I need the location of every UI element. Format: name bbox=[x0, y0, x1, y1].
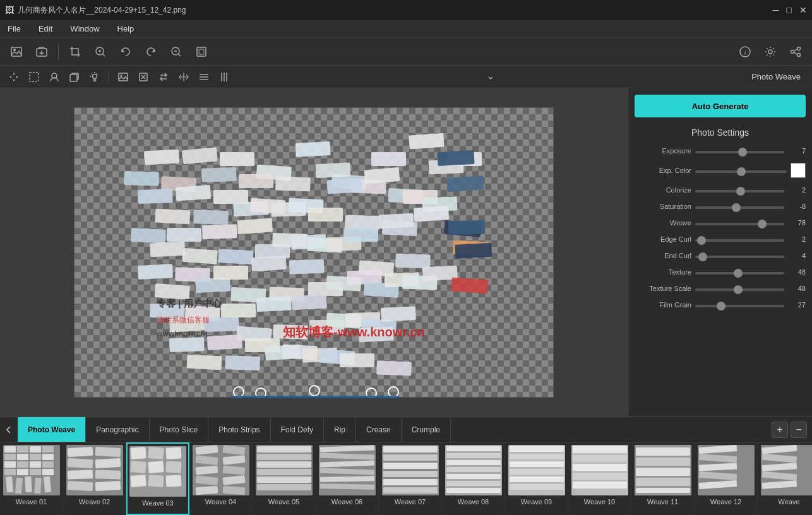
svg-rect-204 bbox=[257, 446, 311, 453]
delete-sub-btn[interactable] bbox=[134, 69, 152, 85]
saturation-slider[interactable] bbox=[695, 206, 784, 209]
minimize-btn[interactable]: ─ bbox=[773, 5, 779, 15]
share-btn[interactable] bbox=[784, 42, 807, 62]
menu-edit[interactable]: Edit bbox=[36, 23, 55, 35]
svg-rect-162 bbox=[30, 461, 41, 468]
tabs-chevron-left[interactable] bbox=[0, 417, 18, 442]
svg-rect-184 bbox=[148, 447, 164, 459]
weave-thumb-05[interactable]: Weave 05 bbox=[253, 442, 316, 515]
svg-rect-140 bbox=[455, 243, 492, 259]
svg-point-141 bbox=[234, 387, 244, 397]
tab-photo-slice[interactable]: Photo Slice bbox=[150, 417, 209, 442]
svg-rect-81 bbox=[237, 218, 273, 234]
load-btn[interactable] bbox=[30, 42, 53, 62]
rotate-cw-btn[interactable] bbox=[140, 42, 162, 62]
tab-crumple[interactable]: Crumple bbox=[402, 417, 451, 442]
image-btn[interactable] bbox=[5, 42, 28, 62]
sub-separator bbox=[109, 71, 109, 83]
weave-05-label: Weave 05 bbox=[268, 498, 299, 506]
exposure-slider[interactable] bbox=[695, 151, 784, 153]
weave-thumb-12[interactable]: Weave 12 bbox=[695, 442, 758, 515]
zoom-out-btn[interactable] bbox=[165, 42, 188, 62]
cols-sub-btn[interactable] bbox=[215, 69, 233, 85]
add-tab-btn[interactable]: + bbox=[772, 422, 788, 438]
auto-generate-btn[interactable]: Auto Generate bbox=[635, 95, 806, 117]
weave-thumb-07[interactable]: Weave 07 bbox=[379, 442, 442, 515]
title-bar-controls[interactable]: ─ □ ✕ bbox=[773, 5, 807, 15]
svg-rect-178 bbox=[95, 447, 121, 457]
film-grain-label: Film Grain bbox=[635, 301, 691, 309]
film-grain-row: Film Grain 27 bbox=[635, 300, 806, 309]
weave-thumb-02[interactable]: Weave 02 bbox=[63, 442, 126, 515]
weave-thumb-11[interactable]: Weave 11 bbox=[631, 442, 695, 515]
texture-scale-value: 48 bbox=[788, 285, 806, 292]
tab-photo-weave[interactable]: Photo Weave bbox=[18, 417, 86, 442]
expand-sub-btn[interactable] bbox=[482, 69, 499, 85]
face-detect-btn[interactable] bbox=[45, 69, 63, 85]
rows-sub-btn[interactable] bbox=[195, 69, 213, 85]
svg-rect-153 bbox=[4, 454, 16, 460]
weave-thumb-img-09 bbox=[508, 445, 565, 495]
weave-thumb-03[interactable]: Weave 03 bbox=[126, 442, 189, 515]
menu-window[interactable]: Window bbox=[68, 23, 102, 35]
zoom-in-btn[interactable] bbox=[89, 42, 112, 62]
svg-rect-233 bbox=[510, 446, 564, 452]
texture-scale-slider-wrap bbox=[695, 284, 784, 293]
tab-rip[interactable]: Rip bbox=[324, 417, 356, 442]
svg-rect-63 bbox=[213, 190, 248, 204]
svg-rect-190 bbox=[148, 475, 164, 487]
select-rect-btn[interactable] bbox=[25, 69, 43, 85]
saturation-row: Saturation -8 bbox=[635, 202, 806, 211]
edge-curl-slider[interactable] bbox=[695, 239, 784, 242]
tab-photo-strips[interactable]: Photo Strips bbox=[208, 417, 270, 442]
menu-help[interactable]: Help bbox=[115, 23, 137, 35]
crop-btn[interactable] bbox=[64, 42, 87, 62]
texture-scale-slider[interactable] bbox=[695, 288, 784, 291]
fit-btn[interactable] bbox=[190, 42, 213, 62]
light-tool-btn[interactable] bbox=[86, 69, 104, 85]
settings-gear-btn[interactable] bbox=[759, 42, 782, 62]
weave-grid: 专客 | 用户中心 请联系微信客服 wwwknowrcn] 知软博客-www.k… bbox=[124, 133, 492, 398]
tab-panographic[interactable]: Panographic bbox=[86, 417, 149, 442]
end-curl-slider[interactable] bbox=[695, 256, 784, 258]
weave-thumb-06[interactable]: Weave 06 bbox=[316, 442, 379, 515]
weave-thumb-01[interactable]: Weave 01 bbox=[0, 442, 63, 515]
svg-rect-161 bbox=[30, 454, 41, 460]
weave-slider[interactable] bbox=[695, 223, 784, 225]
texture-slider[interactable] bbox=[695, 272, 784, 275]
svg-rect-197 bbox=[195, 486, 218, 495]
exposure-row: Exposure 7 bbox=[635, 146, 806, 155]
svg-rect-91 bbox=[414, 206, 449, 222]
remove-tab-btn[interactable]: − bbox=[791, 422, 807, 438]
svg-rect-237 bbox=[510, 477, 564, 482]
svg-text:专客 | 用户中心: 专客 | 用户中心 bbox=[157, 298, 222, 309]
maximize-btn[interactable]: □ bbox=[787, 5, 792, 15]
svg-rect-207 bbox=[257, 469, 311, 475]
weave-thumb-last[interactable]: Weave bbox=[758, 442, 812, 515]
svg-text:知软博客-www.knowr.cn: 知软博客-www.knowr.cn bbox=[282, 325, 425, 339]
svg-rect-158 bbox=[17, 461, 28, 468]
weave-thumb-08[interactable]: Weave 08 bbox=[442, 442, 505, 515]
svg-rect-77 bbox=[167, 228, 201, 242]
weave-thumb-10[interactable]: Weave 10 bbox=[568, 442, 631, 515]
weave-thumb-09[interactable]: Weave 09 bbox=[505, 442, 568, 515]
exp-color-slider[interactable] bbox=[695, 170, 787, 173]
tab-fold-defy[interactable]: Fold Defy bbox=[271, 417, 324, 442]
right-panel: Auto Generate Photo Settings Exposure 7 … bbox=[628, 88, 812, 417]
move-tool-btn[interactable] bbox=[5, 69, 23, 85]
resize-sub-btn[interactable] bbox=[175, 69, 193, 85]
svg-rect-0 bbox=[11, 47, 21, 56]
duplicate-btn[interactable] bbox=[66, 69, 83, 85]
exp-color-swatch[interactable] bbox=[791, 163, 806, 178]
colorize-slider[interactable] bbox=[695, 190, 784, 192]
image-sub-btn[interactable] bbox=[114, 69, 132, 85]
close-btn[interactable]: ✕ bbox=[799, 5, 807, 15]
rotate-ccw-btn[interactable] bbox=[114, 42, 137, 62]
info-btn[interactable]: i bbox=[734, 42, 756, 62]
sub-toolbar-panel-title: Photo Weave bbox=[751, 72, 807, 81]
film-grain-slider[interactable] bbox=[695, 305, 784, 307]
replace-sub-btn[interactable] bbox=[155, 69, 172, 85]
menu-file[interactable]: File bbox=[5, 23, 23, 35]
tab-crease[interactable]: Crease bbox=[356, 417, 402, 442]
weave-thumb-04[interactable]: Weave 04 bbox=[189, 442, 253, 515]
